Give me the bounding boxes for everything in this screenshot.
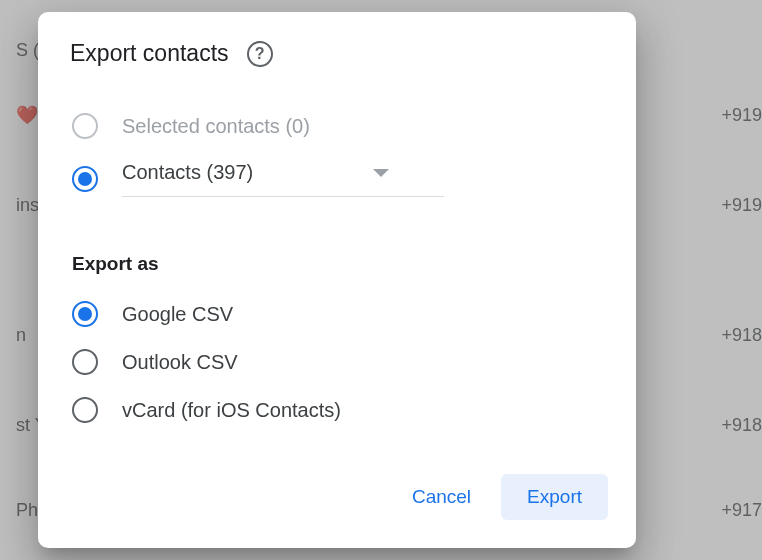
radio-google-csv[interactable] [72, 301, 98, 327]
export-button[interactable]: Export [501, 474, 608, 520]
vcard-label: vCard (for iOS Contacts) [122, 399, 341, 422]
source-selected-contacts-row: Selected contacts (0) [66, 113, 608, 139]
selected-contacts-label: Selected contacts (0) [122, 115, 310, 138]
chevron-down-icon [373, 169, 389, 177]
dialog-actions: Cancel Export [66, 474, 608, 520]
export-as-title: Export as [66, 253, 608, 275]
format-outlook-row[interactable]: Outlook CSV [66, 349, 608, 375]
radio-outlook-csv[interactable] [72, 349, 98, 375]
contacts-dropdown[interactable]: Contacts (397) [122, 161, 444, 197]
format-google-row[interactable]: Google CSV [66, 301, 608, 327]
radio-contacts[interactable] [72, 166, 98, 192]
export-contacts-dialog: Export contacts ? Selected contacts (0) … [38, 12, 636, 548]
source-contacts-row[interactable]: Contacts (397) [66, 161, 608, 197]
radio-selected-contacts [72, 113, 98, 139]
radio-vcard[interactable] [72, 397, 98, 423]
dialog-title: Export contacts [66, 40, 229, 67]
format-vcard-row[interactable]: vCard (for iOS Contacts) [66, 397, 608, 423]
cancel-button[interactable]: Cancel [386, 474, 497, 520]
help-icon[interactable]: ? [247, 41, 273, 67]
google-csv-label: Google CSV [122, 303, 233, 326]
contacts-label: Contacts (397) [122, 161, 253, 184]
outlook-csv-label: Outlook CSV [122, 351, 238, 374]
dialog-header: Export contacts ? [66, 40, 608, 67]
